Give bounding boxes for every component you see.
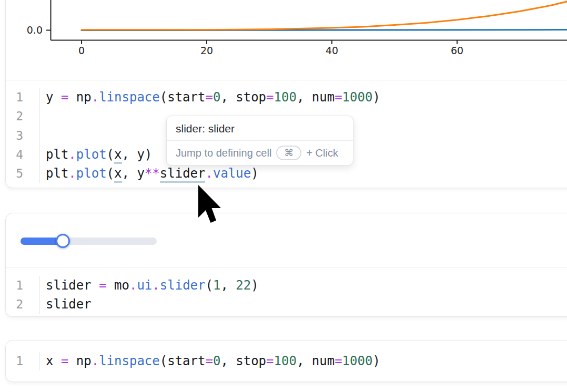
code-token: , stop	[220, 90, 266, 105]
x-tick-label: 60	[451, 45, 463, 56]
code-token: =	[205, 90, 212, 105]
tooltip-title: slider: slider	[167, 116, 353, 140]
code-token: mo	[107, 278, 129, 293]
code-token: 100	[274, 90, 297, 105]
code-token: .	[205, 166, 212, 181]
x-tick-label: 0	[78, 45, 85, 56]
plot-output: 0.00204060	[6, 0, 567, 80]
code-token: (	[107, 147, 114, 162]
code-token: slider	[160, 278, 206, 293]
code-token: (start	[160, 90, 206, 105]
code-token: )	[372, 90, 380, 105]
reactive-variable: slider	[160, 166, 206, 183]
slider-thumb[interactable]	[56, 234, 70, 248]
x-tick-label: 40	[326, 45, 338, 56]
code-token: ,	[220, 278, 236, 293]
code-row[interactable]: 1x = np.linspace(start=0, stop=100, num=…	[6, 352, 567, 370]
code-token: 22	[236, 278, 251, 293]
code-row[interactable]: 1y = np.linspace(start=0, stop=100, num=…	[6, 88, 567, 107]
code-line[interactable]: slider = mo.ui.slider(1, 22)	[39, 276, 259, 295]
line-number: 1	[6, 88, 39, 107]
code-line[interactable]: x = np.linspace(start=0, stop=100, num=1…	[39, 352, 380, 370]
code-token: =	[61, 354, 68, 368]
code-token: ui	[137, 278, 152, 293]
code-token: 1000	[342, 90, 373, 105]
notebook-cell-x: 1x = np.linspace(start=0, stop=100, num=…	[5, 340, 567, 382]
line-number: 4	[6, 145, 39, 164]
code-line[interactable]: y = np.linspace(start=0, stop=100, num=1…	[39, 88, 380, 107]
code-token: 1000	[342, 354, 373, 368]
code-token: =	[266, 354, 274, 368]
code-token: , y)	[122, 147, 153, 162]
code-token: plot	[76, 147, 107, 162]
line-number: 3	[6, 126, 39, 145]
tooltip-click-hint: + Click	[306, 147, 338, 159]
code-token: .	[129, 278, 137, 293]
code-row[interactable]: 2slider	[6, 295, 567, 314]
variable-tooltip: slider: slider Jump to defining cell ⌘ +…	[166, 116, 353, 166]
line-number: 2	[6, 107, 39, 126]
x-tick-label: 20	[200, 45, 213, 56]
code-token: , num	[297, 90, 335, 105]
code-token: , num	[297, 354, 335, 368]
notebook: 0.00204060 1y = np.linspace(start=0, sto…	[0, 0, 567, 392]
code-line[interactable]: slider	[39, 295, 92, 314]
code-token: )	[251, 166, 258, 181]
notebook-cell-slider: 1slider = mo.ui.slider(1, 22)2slider	[5, 213, 567, 317]
code-token: (start	[160, 354, 206, 368]
code-row[interactable]: 5plt.plot(x, y**slider.value)	[6, 164, 567, 183]
slider[interactable]	[21, 238, 157, 245]
code-token: 1	[213, 278, 220, 293]
code-line[interactable]: plt.plot(x, y**slider.value)	[39, 164, 259, 183]
code-token: .	[92, 354, 99, 368]
code-token: (	[205, 278, 212, 293]
code-token: (	[107, 166, 114, 181]
line-number: 5	[6, 164, 39, 183]
tooltip-action-row: Jump to defining cell ⌘ + Click	[167, 140, 353, 165]
command-key-icon: ⌘	[276, 146, 301, 160]
code-token: slider	[46, 297, 92, 312]
code-token: plt	[46, 166, 68, 181]
code-token: plot	[76, 166, 107, 181]
mouse-cursor-icon	[198, 185, 222, 226]
code-token: plt	[46, 147, 68, 162]
code-token: =	[99, 278, 106, 293]
code-token: =	[61, 90, 68, 105]
code-token: slider	[46, 278, 99, 293]
code-token: np	[68, 90, 91, 105]
code-token: =	[335, 354, 342, 368]
code-token: linspace	[99, 354, 160, 368]
code-token: )	[251, 278, 258, 293]
code-token: .	[152, 278, 159, 293]
code-token: .	[68, 147, 76, 162]
code-token: linspace	[99, 90, 160, 105]
code-token: =	[205, 354, 212, 368]
code-token: y	[46, 90, 61, 105]
code-token: =	[266, 90, 274, 105]
tooltip-action-label: Jump to defining cell	[176, 147, 271, 159]
code-token: , y	[122, 166, 145, 181]
line-number: 2	[6, 295, 39, 314]
code-line[interactable]: plt.plot(x, y)	[39, 145, 152, 164]
line-number: 1	[6, 352, 39, 370]
code-token: 0	[213, 90, 220, 105]
code-editor-slider[interactable]: 1slider = mo.ui.slider(1, 22)2slider	[6, 267, 567, 317]
code-token: .	[92, 90, 99, 105]
y-tick-label: 0.0	[27, 24, 43, 36]
code-token: value	[213, 166, 251, 181]
code-token: , stop	[220, 354, 266, 368]
code-editor-x[interactable]: 1x = np.linspace(start=0, stop=100, num=…	[6, 341, 567, 381]
series-orange-curve	[82, 0, 567, 30]
slider-output	[6, 213, 567, 267]
code-token: 0	[213, 354, 220, 368]
code-token: .	[68, 166, 76, 181]
code-token: =	[335, 90, 342, 105]
code-token: )	[372, 354, 380, 368]
code-token: **	[145, 166, 160, 181]
code-row[interactable]: 1slider = mo.ui.slider(1, 22)	[6, 276, 567, 295]
code-token: x	[46, 354, 61, 368]
reactive-variable: x	[114, 147, 122, 164]
code-token: 100	[274, 354, 297, 368]
line-number: 1	[6, 276, 39, 295]
matplotlib-figure: 0.00204060	[5, 0, 567, 80]
